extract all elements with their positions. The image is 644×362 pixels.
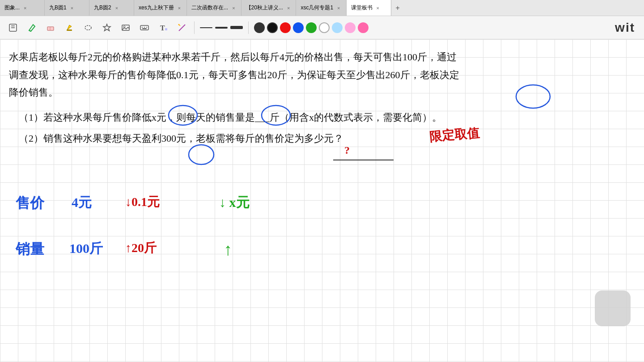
color-light-blue[interactable] (332, 22, 343, 33)
tab-6[interactable]: 【20秋上讲义... × (242, 0, 297, 16)
color-palette (254, 22, 369, 33)
problem-line1: 水果店老板以每斤2元的价格购进某种水果若千斤，然后以每斤4元的价格出售，每天可售… (9, 48, 635, 66)
problem-line2: 调查发现，这种水果每斤的售价每降低0.1元，每天可多售出20斤，为保证每天至少售… (9, 66, 635, 84)
pen-tool[interactable] (23, 19, 40, 36)
eraser-icon (46, 23, 55, 33)
toolbar: T wit (0, 16, 644, 39)
table-row2-col2: ↑20斤 (125, 240, 157, 257)
color-dark[interactable] (254, 22, 265, 33)
tab-2-close[interactable]: × (69, 5, 75, 11)
tab-5[interactable]: 二次函数存在... × (187, 0, 241, 16)
line-width-group (200, 26, 243, 29)
annotate-icon (8, 23, 18, 33)
tab-6-label: 【20秋上讲义... (246, 4, 283, 12)
tab-3[interactable]: 九B圆2 × (89, 0, 134, 16)
eraser-tool[interactable] (42, 19, 59, 36)
tab-4[interactable]: xes九上秋下册 × (134, 0, 187, 16)
problem-q1: （1）若这种水果每斤售价降低x元，则每天的销售量是___斤（用含x的代数式表示，… (9, 109, 635, 126)
table-row1-header: 售价 (16, 194, 44, 213)
color-red[interactable] (280, 22, 291, 33)
pen-icon (27, 23, 37, 33)
tab-add-button[interactable]: + (391, 0, 404, 16)
text-icon: T (158, 23, 168, 33)
star-tool[interactable] (98, 19, 115, 36)
tab-4-label: xes九上秋下册 (139, 4, 174, 12)
svg-rect-4 (47, 27, 54, 30)
tab-8[interactable]: 课堂板书 × (347, 0, 391, 16)
wit-label: wit (615, 21, 640, 35)
lasso-tool[interactable] (80, 19, 97, 36)
tab-8-label: 课堂板书 (351, 4, 373, 12)
tab-6-close[interactable]: × (286, 5, 291, 11)
text-tool[interactable]: T (155, 19, 172, 36)
tab-2[interactable]: 九B圆1 × (45, 0, 89, 16)
tab-3-close[interactable]: × (114, 5, 119, 11)
tab-2-label: 九B圆1 (49, 4, 67, 12)
table-row1-col3: ↓ x元 (219, 194, 250, 212)
table-row2-col3: ↑ (224, 240, 232, 259)
color-black[interactable] (267, 22, 278, 33)
tab-7-close[interactable]: × (336, 5, 341, 11)
problem-line3: 降价销售。 (9, 84, 635, 101)
svg-marker-8 (103, 24, 110, 31)
color-pink-light[interactable] (345, 22, 356, 33)
image-tool[interactable] (117, 19, 134, 36)
table-row2-col1: 100斤 (69, 240, 103, 258)
image-icon (121, 23, 131, 33)
tab-4-close[interactable]: × (177, 5, 182, 11)
canvas-area[interactable]: 水果店老板以每斤2元的价格购进某种水果若千斤，然后以每斤4元的价格出售，每天可售… (0, 39, 644, 362)
tab-5-label: 二次函数存在... (191, 4, 228, 12)
line-thin[interactable] (200, 27, 212, 28)
marker-icon (64, 23, 74, 33)
marker-tool[interactable] (61, 19, 78, 36)
svg-point-7 (85, 25, 91, 30)
tab-3-label: 九B圆2 (94, 4, 111, 12)
star-icon (102, 23, 112, 33)
svg-rect-6 (67, 29, 72, 31)
separator-1 (194, 21, 195, 34)
svg-line-3 (29, 30, 31, 31)
table-row1-col2: ↓0.1元 (125, 194, 160, 210)
annotate-tool[interactable] (4, 19, 21, 36)
tab-5-close[interactable]: × (231, 5, 236, 11)
tab-bar: 图象... × 九B圆1 × 九B圆2 × xes九上秋下册 × 二次函数存在.… (0, 0, 644, 16)
content-layer: 水果店老板以每斤2元的价格购进某种水果若千斤，然后以每斤4元的价格出售，每天可售… (0, 39, 644, 362)
color-white[interactable] (319, 22, 330, 33)
separator-2 (248, 21, 249, 34)
tab-7-label: xsc几何专题1 (301, 4, 333, 12)
magic-icon (177, 23, 187, 33)
float-button[interactable] (595, 290, 631, 326)
table-row1-col1: 4元 (72, 194, 92, 212)
tab-1-close[interactable]: × (22, 5, 28, 11)
color-pink[interactable] (358, 22, 369, 33)
svg-point-25 (189, 145, 214, 164)
keyboard-icon (140, 23, 149, 33)
color-blue[interactable] (293, 22, 304, 33)
color-green[interactable] (306, 22, 317, 33)
table-row2-header: 销量 (16, 240, 44, 259)
svg-point-20 (178, 24, 180, 25)
svg-rect-17 (165, 28, 167, 30)
tab-1[interactable]: 图象... × (0, 0, 45, 16)
keyboard-tool[interactable] (136, 19, 153, 36)
magic-tool[interactable] (174, 19, 191, 36)
tab-7[interactable]: xsc几何专题1 × (296, 0, 346, 16)
line-medium[interactable] (215, 27, 228, 29)
tab-1-label: 图象... (4, 4, 20, 12)
svg-text:T: T (160, 24, 165, 32)
line-thick[interactable] (230, 26, 243, 29)
problem-text: 水果店老板以每斤2元的价格购进某种水果若千斤，然后以每斤4元的价格出售，每天可售… (9, 48, 635, 147)
problem-q2: （2）销售这种水果要想每天盈利300元，老板需将每斤的售价定为多少元？ (9, 130, 635, 147)
lasso-icon (83, 23, 93, 33)
tab-8-close[interactable]: × (375, 5, 381, 11)
